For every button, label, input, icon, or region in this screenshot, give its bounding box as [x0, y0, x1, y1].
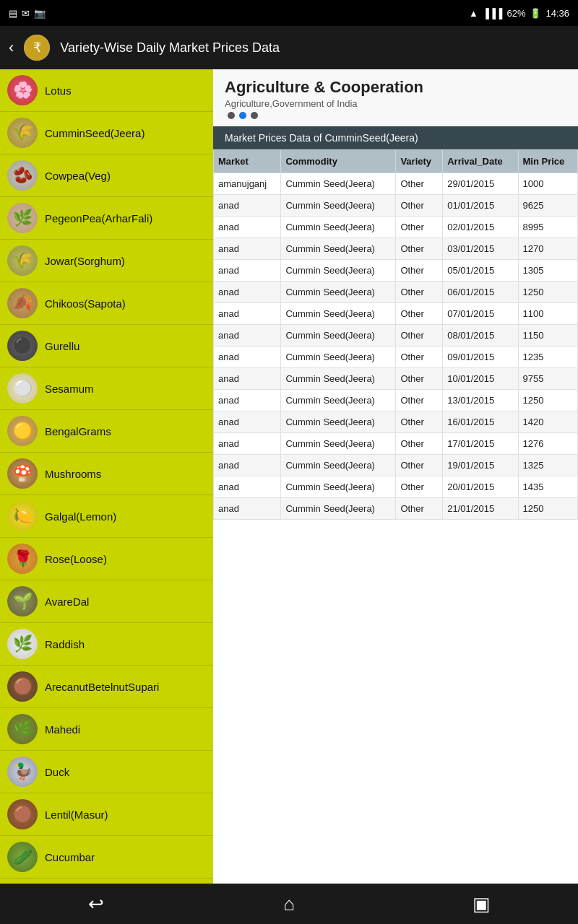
table-cell-r7-c0: anad — [214, 325, 281, 346]
sidebar-img-chikoos: 🍂 — [7, 288, 38, 318]
table-row: anadCummin Seed(Jeera)Other05/01/2015130… — [214, 260, 578, 282]
table-cell-r12-c1: Cummin Seed(Jeera) — [281, 433, 396, 455]
sidebar-img-avaredal: 🌱 — [7, 586, 38, 616]
sidebar-label-cucumbar: Cucumbar — [45, 851, 95, 863]
sidebar-label-cummin: CumminSeed(Jeera) — [45, 127, 144, 139]
sidebar-item-cucumbar[interactable]: 🥒 Cucumbar — [0, 836, 213, 879]
table-head: MarketCommodityVarietyArrival_DateMin Pr… — [214, 150, 578, 173]
sidebar-label-duck: Duck — [45, 766, 69, 778]
app-logo: ₹ — [24, 35, 50, 61]
table-cell-r10-c3: 13/01/2015 — [443, 390, 518, 411]
sidebar-img-sesamum: ⚪ — [7, 373, 38, 404]
sidebar: 🌸 Lotus 🌾 CumminSeed(Jeera) 🫘 Cowpea(Veg… — [0, 69, 213, 884]
table-cell-r8-c0: anad — [214, 346, 281, 368]
notification-icon: ✉ — [22, 8, 30, 19]
data-table: MarketCommodityVarietyArrival_DateMin Pr… — [213, 149, 578, 520]
table-cell-r5-c3: 06/01/2015 — [443, 282, 518, 303]
table-cell-r7-c4: 1150 — [518, 325, 577, 346]
sidebar-label-mahedi: Mahedi — [45, 723, 80, 736]
table-cell-r12-c4: 1276 — [518, 433, 577, 455]
sidebar-item-raddish[interactable]: 🌿 Raddish — [0, 623, 213, 666]
sidebar-label-jowar: Jowar(Sorghum) — [45, 255, 125, 267]
sidebar-item-lentil[interactable]: 🟤 Lentil(Masur) — [0, 793, 213, 836]
wifi-icon: ▲ — [469, 8, 478, 19]
table-cell-r9-c0: anad — [214, 368, 281, 390]
sidebar-item-sesamum[interactable]: ⚪ Sesamum — [0, 367, 213, 410]
table-cell-r12-c3: 17/01/2015 — [443, 433, 518, 455]
dot-1 — [228, 112, 235, 119]
sidebar-img-mahedi: 🌿 — [7, 714, 38, 744]
table-cell-r12-c2: Other — [396, 433, 443, 455]
sidebar-label-arecanut: ArecanutBetelnutSupari — [45, 681, 159, 693]
sidebar-item-cowpea[interactable]: 🫘 Cowpea(Veg) — [0, 154, 213, 197]
table-row: anadCummin Seed(Jeera)Other07/01/2015110… — [214, 303, 578, 325]
sidebar-label-pigeonpea: PegeonPea(ArharFali) — [45, 212, 152, 225]
table-cell-r4-c1: Cummin Seed(Jeera) — [281, 260, 396, 282]
sidebar-item-cummin[interactable]: 🌾 CumminSeed(Jeera) — [0, 112, 213, 154]
table-cell-r7-c1: Cummin Seed(Jeera) — [281, 325, 396, 346]
sidebar-item-avaredal[interactable]: 🌱 AvareDal — [0, 580, 213, 623]
table-cell-r6-c3: 07/01/2015 — [443, 303, 518, 325]
sidebar-item-gurellu[interactable]: ⚫ Gurellu — [0, 325, 213, 367]
sidebar-item-chikoos[interactable]: 🍂 Chikoos(Sapota) — [0, 282, 213, 325]
sidebar-item-mahedi[interactable]: 🌿 Mahedi — [0, 708, 213, 751]
sidebar-item-duck[interactable]: 🦆 Duck — [0, 751, 213, 793]
sidebar-label-lemon: Galgal(Lemon) — [45, 510, 116, 523]
table-cell-r2-c1: Cummin Seed(Jeera) — [281, 217, 396, 238]
table-cell-r8-c2: Other — [396, 346, 443, 368]
back-nav-button[interactable]: ↩ — [74, 888, 118, 920]
back-button[interactable]: ‹ — [9, 38, 14, 57]
table-cell-r3-c1: Cummin Seed(Jeera) — [281, 238, 396, 260]
table-header-row: MarketCommodityVarietyArrival_DateMin Pr… — [214, 150, 578, 173]
sidebar-img-jowar: 🌾 — [7, 245, 38, 276]
sidebar-item-mushrooms[interactable]: 🍄 Mushrooms — [0, 453, 213, 495]
table-row: anadCummin Seed(Jeera)Other20/01/2015143… — [214, 476, 578, 498]
sidebar-img-arecanut: 🟤 — [7, 671, 38, 702]
table-row: anadCummin Seed(Jeera)Other08/01/2015115… — [214, 325, 578, 346]
status-icons-left: ▤ ✉ 📷 — [9, 8, 46, 19]
signal-icon: ▐▐▐ — [483, 8, 503, 19]
sidebar-img-raddish: 🌿 — [7, 629, 38, 659]
table-cell-r11-c2: Other — [396, 411, 443, 433]
table-cell-r2-c0: anad — [214, 217, 281, 238]
sidebar-item-lemon[interactable]: 🍋 Galgal(Lemon) — [0, 495, 213, 538]
table-cell-r13-c0: anad — [214, 455, 281, 476]
col-header-min-price: Min Price — [518, 150, 577, 173]
sidebar-img-bengalgrams: 🟡 — [7, 416, 38, 446]
home-nav-button[interactable]: ⌂ — [267, 888, 311, 920]
table-cell-r9-c1: Cummin Seed(Jeera) — [281, 368, 396, 390]
table-cell-r1-c0: anad — [214, 195, 281, 217]
status-bar: ▤ ✉ 📷 ▲ ▐▐▐ 62% 🔋 14:36 — [0, 0, 578, 26]
table-cell-r11-c0: anad — [214, 411, 281, 433]
sidebar-label-sesamum: Sesamum — [45, 383, 94, 395]
table-cell-r15-c3: 21/01/2015 — [443, 498, 518, 520]
sidebar-img-lemon: 🍋 — [7, 501, 38, 531]
recent-nav-button[interactable]: ▣ — [460, 888, 504, 920]
sidebar-item-rose[interactable]: 🌹 Rose(Loose) — [0, 538, 213, 580]
table-cell-r14-c4: 1435 — [518, 476, 577, 498]
sidebar-item-pigeonpea[interactable]: 🌿 PegeonPea(ArharFali) — [0, 197, 213, 240]
sidebar-item-arecanut[interactable]: 🟤 ArecanutBetelnutSupari — [0, 666, 213, 708]
table-cell-r0-c3: 29/01/2015 — [443, 173, 518, 195]
table-cell-r0-c1: Cummin Seed(Jeera) — [281, 173, 396, 195]
sidebar-label-lentil: Lentil(Masur) — [45, 808, 108, 821]
table-cell-r1-c3: 01/01/2015 — [443, 195, 518, 217]
sidebar-item-lotus[interactable]: 🌸 Lotus — [0, 69, 213, 112]
sidebar-item-coriander[interactable]: 🌾 CorrianderSeed — [0, 879, 213, 884]
table-cell-r3-c0: anad — [214, 238, 281, 260]
table-cell-r14-c2: Other — [396, 476, 443, 498]
table-cell-r2-c4: 8995 — [518, 217, 577, 238]
table-cell-r12-c0: anad — [214, 433, 281, 455]
table-cell-r4-c3: 05/01/2015 — [443, 260, 518, 282]
table-cell-r11-c4: 1420 — [518, 411, 577, 433]
page-title: Variety-Wise Daily Market Prices Data — [60, 40, 280, 56]
sidebar-item-jowar[interactable]: 🌾 Jowar(Sorghum) — [0, 240, 213, 282]
table-cell-r3-c2: Other — [396, 238, 443, 260]
table-cell-r13-c2: Other — [396, 455, 443, 476]
content-area: Agriculture & Cooperation Agriculture,Go… — [213, 69, 578, 884]
sidebar-img-cucumbar: 🥒 — [7, 842, 38, 872]
table-row: anadCummin Seed(Jeera)Other06/01/2015125… — [214, 282, 578, 303]
sidebar-item-bengalgrams[interactable]: 🟡 BengalGrams — [0, 410, 213, 453]
sidebar-img-duck: 🦆 — [7, 757, 38, 787]
table-cell-r7-c2: Other — [396, 325, 443, 346]
